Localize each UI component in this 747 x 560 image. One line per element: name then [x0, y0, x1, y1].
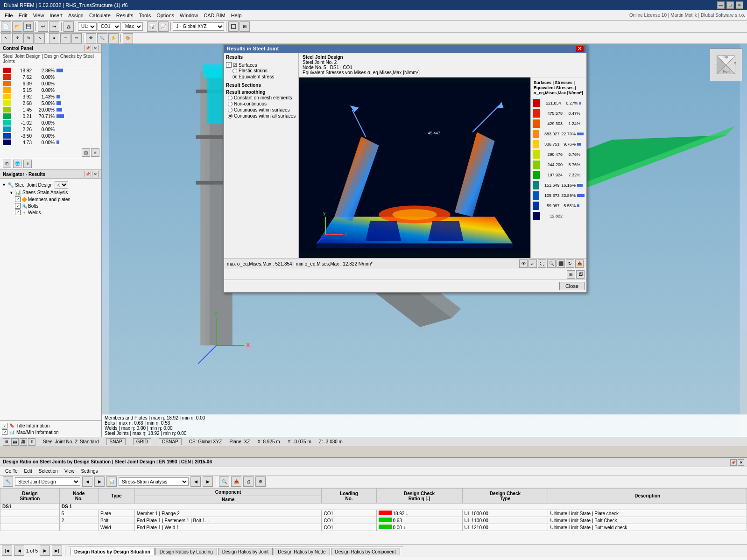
rd-tb2-view1[interactable]: ⊞ [567, 270, 575, 279]
rd-smooth-noncont[interactable]: Non-continuous [228, 101, 296, 107]
dp-analysis-dropdown[interactable]: Stress-Strain Analysis [119, 477, 189, 486]
cp-icon2[interactable]: ≡ [91, 148, 99, 157]
dp-tb-icon2[interactable]: 📊 [106, 476, 117, 487]
menu-tools[interactable]: Tools [136, 12, 154, 19]
tb2-render[interactable]: 🎨 [123, 33, 133, 43]
global-xyz-combo[interactable]: 1 - Global XYZ [173, 22, 224, 31]
dp-menu-selection[interactable]: Selection [36, 468, 60, 474]
cp-pin[interactable]: 📌 [85, 45, 91, 51]
tb-results1[interactable]: 📊 [147, 21, 157, 32]
viewport[interactable]: X Y Members and Plates | max η: 18.92 | … [102, 44, 747, 437]
menu-calculate[interactable]: Calculate [86, 12, 113, 19]
tb-new[interactable]: 📄 [1, 21, 11, 32]
nav-bolts[interactable]: ✓ 🔩 Bolts [2, 203, 99, 209]
tb2-display[interactable]: 👁 [86, 33, 96, 43]
dp-tb-prev2[interactable]: ◀ [190, 476, 201, 487]
tb2-scale[interactable]: ⤡ [35, 33, 45, 43]
tb2-move[interactable]: ✛ [12, 33, 22, 43]
dp-design-dropdown[interactable]: Steel Joint Design [15, 477, 80, 486]
cp-close[interactable]: ✕ [92, 45, 99, 51]
bs-grid[interactable]: GRID [133, 438, 151, 445]
rd-tb-fit[interactable]: ⛶ [538, 259, 546, 268]
rd-plastic-strains-option[interactable]: Plastic strains [233, 68, 296, 74]
tb2-surface[interactable]: ▭ [71, 33, 82, 43]
rd-smooth-within-surfaces[interactable]: Continuous within surfaces [228, 107, 296, 113]
cp-icon1[interactable]: ⊞ [82, 148, 90, 157]
tb-grid[interactable]: ⊞ [240, 21, 250, 32]
menu-cad-bim[interactable]: CAD-BIM [201, 12, 228, 19]
close-button[interactable]: ✕ [736, 1, 743, 9]
tb2-member[interactable]: ━ [60, 33, 70, 43]
dp-prev-page[interactable]: ◀ [14, 546, 24, 556]
nav-stress-strain[interactable]: ▼ 📊 Stress-Strain Analysis [2, 189, 99, 196]
minimize-button[interactable]: — [717, 1, 725, 9]
dp-menu-view[interactable]: View [62, 468, 77, 474]
rd-tb-export[interactable]: 📤 [575, 259, 584, 268]
dp-row-1[interactable]: 5 Plate Member 1 | Flange 2 CO1 18.92 ↓ … [0, 510, 747, 517]
nav-pin[interactable]: 📌 [85, 171, 91, 177]
rd-close-button[interactable]: Close [559, 282, 585, 290]
view-cube[interactable]: Front L R Top [710, 49, 742, 81]
rd-tb-rotate[interactable]: ↻ [566, 259, 574, 268]
menu-results[interactable]: Results [113, 12, 136, 19]
bottom-nav-title-info[interactable]: ✓ 🔖 Title Information [2, 423, 99, 428]
bs-icon4[interactable]: ⬆ [28, 438, 35, 446]
rd-tb-zoom1[interactable]: 🔍 [547, 259, 556, 268]
bs-icon3[interactable]: 🎥 [20, 438, 27, 446]
rd-smooth-constant[interactable]: Constant on mesh elements [228, 95, 296, 101]
panel-icon-nav[interactable]: 🌐 [13, 160, 21, 168]
bs-snap[interactable]: SNAP [106, 438, 126, 445]
menu-file[interactable]: File [2, 12, 16, 19]
dp-tab-joint[interactable]: Design Ratios by Joint [218, 548, 273, 555]
rd-smooth-all-surfaces[interactable]: Continuous within all surfaces [228, 113, 296, 119]
nav-steel-joint-design[interactable]: ▼ 🔧 Steel Joint Design ◁ [2, 181, 99, 189]
tb-print[interactable]: 🖨 [63, 21, 74, 32]
dp-first[interactable]: |◀ [2, 546, 12, 556]
dp-tab-node[interactable]: Design Ratios by Node [274, 548, 330, 555]
menu-assign[interactable]: Assign [65, 12, 86, 19]
nav-members-plates[interactable]: ✓ 🔶 Members and plates [2, 196, 99, 203]
dp-close[interactable]: ✕ [738, 459, 744, 466]
tb2-pan[interactable]: ✋ [108, 33, 119, 43]
dp-row-2[interactable]: 2 Bolt End Plate 1 | Fasteners 1 | Bolt … [0, 517, 747, 524]
rd-equiv-stress-option[interactable]: Equivalent stress [233, 74, 296, 80]
dp-tb-next2[interactable]: ▶ [203, 476, 213, 487]
dp-next-page[interactable]: ▶ [40, 546, 50, 556]
tb-results2[interactable]: 📈 [158, 21, 169, 32]
nav-welds[interactable]: ✓ 🔸 Welds [2, 209, 99, 216]
tb2-select[interactable]: ↖ [1, 33, 11, 43]
dp-row-3[interactable]: Weld End Plate 1 | Weld 1 CO1 0.00 ↓ UL … [0, 524, 747, 531]
dp-tb-next[interactable]: ▶ [94, 476, 105, 487]
nav-close[interactable]: ✕ [92, 171, 99, 177]
dp-tb-print[interactable]: 🖨 [243, 476, 254, 487]
menu-help[interactable]: Help [228, 12, 245, 19]
tb-open[interactable]: 📂 [12, 21, 22, 32]
rd-tb-arrow[interactable]: ↙ [529, 259, 537, 268]
rd-tb-zoom2[interactable]: ⬛ [557, 259, 565, 268]
dp-tab-loading[interactable]: Design Ratios by Loading [155, 548, 217, 555]
menu-window[interactable]: Window [177, 12, 201, 19]
co1-combo[interactable]: CO1 [98, 22, 121, 31]
bs-icon1[interactable]: ⊞ [3, 438, 10, 446]
tb-snap[interactable]: 🔲 [228, 21, 239, 32]
nav-dropdown1[interactable]: ◁ [55, 181, 68, 189]
panel-icon-info[interactable]: ℹ [23, 160, 32, 168]
tb2-rotate[interactable]: ↻ [23, 33, 34, 43]
uls-combo[interactable]: ULS [78, 22, 97, 31]
dp-pin[interactable]: 📌 [730, 459, 737, 466]
rd-tb-eye[interactable]: 👁 [519, 259, 528, 268]
rd-tb2-view2[interactable]: 🖼 [576, 270, 585, 279]
dp-last[interactable]: ▶| [52, 546, 62, 556]
menu-insert[interactable]: Insert [47, 12, 65, 19]
dp-tb-prev[interactable]: ◀ [82, 476, 92, 487]
max-combo[interactable]: Max [122, 22, 143, 31]
dp-menu-settings[interactable]: Settings [78, 468, 100, 474]
bottom-nav-maxmin-info[interactable]: ✓ 📊 Max/Min Information [2, 429, 99, 435]
dp-tb-options[interactable]: ⚙ [255, 476, 266, 487]
dp-tab-component[interactable]: Design Ratios by Component [331, 548, 400, 555]
maximize-button[interactable]: □ [726, 1, 734, 9]
rd-close-x[interactable]: ✕ [576, 46, 584, 52]
tb2-node[interactable]: ● [49, 33, 59, 43]
dp-tab-design-situation[interactable]: Design Ratios by Design Situation [70, 548, 155, 555]
tb-undo[interactable]: ↩ [38, 21, 48, 32]
